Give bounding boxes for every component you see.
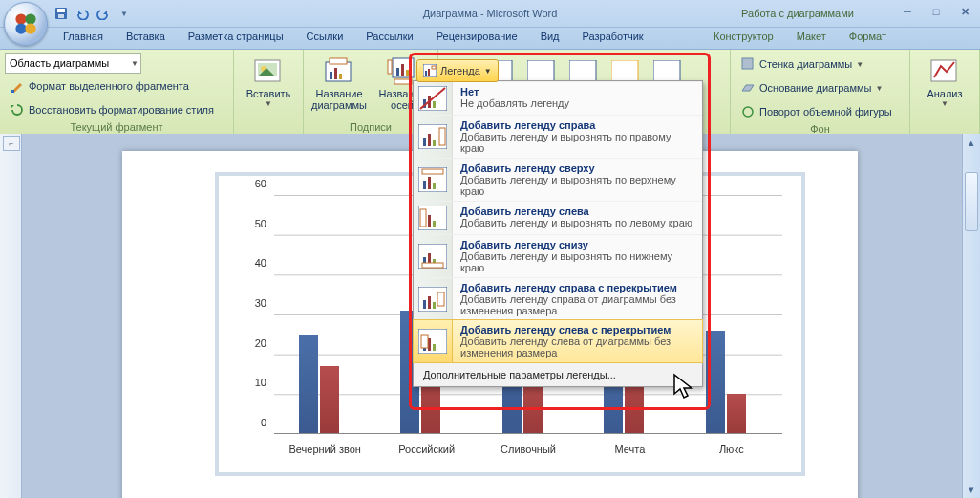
legend-option-icon [414, 320, 453, 362]
y-tick: 30 [255, 297, 266, 309]
legend-option-title: Добавить легенду сверху [460, 162, 694, 174]
bar[interactable] [727, 394, 746, 434]
qat-more-icon[interactable]: ▼ [115, 4, 134, 23]
floor-icon [740, 80, 756, 96]
y-tick: 60 [255, 178, 266, 189]
svg-rect-19 [406, 70, 409, 76]
svg-rect-54 [428, 215, 431, 227]
vertical-ruler[interactable] [0, 134, 22, 498]
svg-rect-35 [428, 69, 430, 76]
svg-rect-17 [396, 68, 399, 76]
svg-rect-30 [742, 58, 753, 69]
legend-option[interactable]: Добавить легенду снизуДобавить легенду и… [414, 234, 702, 277]
legend-option-title: Добавить легенду справа с перекрытием [460, 282, 694, 293]
chart-element-combo[interactable]: Область диаграммы ▼ [5, 53, 141, 74]
tab-review[interactable]: Рецензирование [425, 28, 529, 49]
close-button[interactable]: ✕ [955, 4, 974, 19]
svg-rect-56 [420, 209, 426, 227]
ruler-corner[interactable]: ⌐ [3, 136, 20, 151]
legend-option-icon [414, 235, 453, 277]
legend-option[interactable]: Добавить легенду слеваДобавить легенду и… [414, 201, 702, 234]
tab-page-layout[interactable]: Разметка страницы [177, 28, 295, 49]
legend-option-desc: Добавить легенду справа от диаграммы без… [460, 293, 694, 316]
svg-point-0 [15, 13, 26, 24]
svg-rect-49 [428, 177, 431, 189]
rotate-icon [740, 104, 756, 119]
undo-icon[interactable] [73, 4, 92, 23]
office-button[interactable] [4, 2, 48, 46]
x-label: Вечерний звон [274, 444, 375, 463]
svg-rect-46 [439, 128, 445, 145]
legend-dropdown-button[interactable]: Легенда ▼ [416, 59, 499, 82]
save-icon[interactable] [52, 4, 71, 23]
chart-floor-button[interactable]: Основание диаграммы ▼ [735, 76, 897, 99]
legend-option-title: Добавить легенду слева [460, 206, 694, 217]
legend-option-desc: Добавить легенду и выровнять по верхнему… [460, 174, 694, 197]
svg-rect-44 [428, 134, 431, 146]
legend-option[interactable]: Добавить легенду слева с перекрытиемДоба… [413, 319, 703, 363]
legend-option-title: Нет [460, 86, 694, 97]
vertical-scrollbar[interactable]: ▴ ▾ [962, 134, 980, 498]
svg-rect-45 [433, 140, 436, 146]
insert-button[interactable]: Вставить ▼ [239, 53, 298, 111]
y-tick: 40 [255, 257, 266, 269]
chart-wall-button[interactable]: Стенка диаграммы ▼ [735, 53, 897, 76]
tab-layout[interactable]: Макет [785, 28, 838, 42]
svg-rect-14 [334, 68, 337, 79]
svg-rect-63 [423, 300, 426, 309]
legend-option-desc: Добавить легенду и выровнять по нижнему … [460, 250, 694, 273]
bar[interactable] [320, 366, 339, 434]
svg-rect-64 [428, 296, 431, 309]
svg-rect-55 [433, 221, 436, 227]
chart-title-icon [324, 56, 354, 87]
format-icon [10, 78, 25, 94]
bar[interactable] [299, 335, 318, 434]
y-tick: 20 [255, 337, 266, 349]
tab-references[interactable]: Ссылки [295, 28, 355, 49]
legend-option-icon [414, 202, 453, 234]
format-selection-button[interactable]: Формат выделенного фрагмента [5, 75, 219, 97]
tab-developer[interactable]: Разработчик [571, 28, 655, 49]
tab-format[interactable]: Формат [838, 28, 898, 42]
bar-group [274, 195, 375, 434]
y-tick: 50 [255, 218, 266, 229]
tab-view[interactable]: Вид [529, 28, 571, 49]
svg-rect-34 [425, 71, 427, 76]
x-label: Люкс [681, 444, 782, 463]
tab-design[interactable]: Конструктор [702, 28, 785, 42]
svg-rect-48 [423, 181, 426, 189]
svg-rect-70 [433, 344, 436, 351]
legend-option[interactable]: Добавить легенду сверхуДобавить легенду … [414, 158, 702, 201]
combo-value: Область диаграммы [10, 57, 109, 69]
svg-rect-12 [330, 58, 347, 64]
svg-rect-21 [394, 79, 412, 84]
svg-rect-18 [401, 64, 404, 76]
svg-point-1 [25, 13, 35, 24]
reset-icon [10, 102, 25, 118]
svg-rect-40 [433, 101, 436, 108]
legend-option[interactable]: Добавить легенду справа с перекрытиемДоб… [414, 277, 702, 320]
x-label: Мечта [579, 444, 680, 463]
minimize-button[interactable]: ─ [898, 4, 917, 19]
legend-more-options[interactable]: Дополнительные параметры легенды... [414, 362, 702, 386]
chart-title-button[interactable]: Название диаграммы [309, 53, 370, 114]
reset-style-button[interactable]: Восстановить форматирование стиля [5, 98, 219, 121]
legend-option[interactable]: Добавить легенду справаДобавить легенду … [414, 115, 702, 158]
analysis-button[interactable]: Анализ ▼ [915, 53, 974, 111]
tab-mailings[interactable]: Рассылки [354, 28, 424, 49]
svg-rect-61 [422, 263, 443, 268]
maximize-button[interactable]: □ [927, 4, 946, 19]
legend-option-icon [414, 116, 453, 158]
tab-insert[interactable]: Вставка [115, 28, 177, 49]
svg-point-3 [25, 23, 35, 33]
3d-rotation-button[interactable]: Поворот объемной фигуры [735, 100, 897, 123]
redo-icon[interactable] [94, 4, 113, 23]
scroll-thumb[interactable] [965, 172, 978, 231]
legend-option[interactable]: НетНе добавлять легенду [414, 81, 702, 115]
tool-tab-title: Работа с диаграммами [707, 8, 888, 19]
svg-rect-65 [433, 302, 436, 309]
wall-icon [740, 56, 756, 72]
bar[interactable] [706, 331, 725, 434]
tab-home[interactable]: Главная [52, 28, 115, 49]
chevron-down-icon: ▼ [131, 59, 138, 68]
